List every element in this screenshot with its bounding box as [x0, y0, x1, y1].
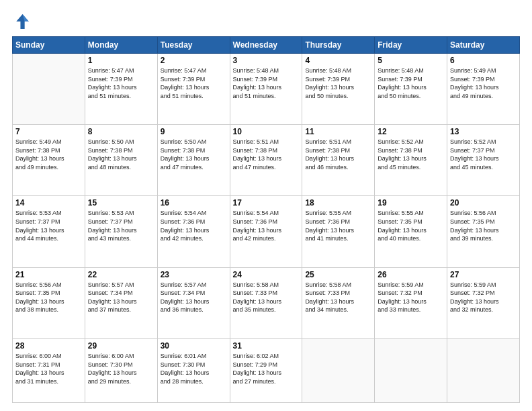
- day-number: 31: [233, 341, 300, 351]
- weekday-header-monday: Monday: [85, 37, 157, 54]
- calendar-cell: 11Sunrise: 5:51 AMSunset: 7:38 PMDayligh…: [302, 125, 375, 196]
- day-number: 29: [88, 341, 154, 351]
- day-number: 30: [161, 341, 227, 351]
- day-number: 16: [161, 198, 227, 208]
- day-number: 28: [15, 341, 82, 351]
- day-number: 18: [305, 198, 371, 208]
- day-info: Sunrise: 5:49 AMSunset: 7:39 PMDaylight:…: [450, 66, 517, 100]
- calendar-cell: 21Sunrise: 5:56 AMSunset: 7:35 PMDayligh…: [13, 267, 85, 338]
- weekday-header-tuesday: Tuesday: [157, 37, 230, 54]
- calendar-cell: 7Sunrise: 5:49 AMSunset: 7:38 PMDaylight…: [13, 125, 85, 196]
- day-number: 13: [450, 127, 517, 136]
- calendar-cell: 24Sunrise: 5:58 AMSunset: 7:33 PMDayligh…: [230, 267, 302, 338]
- day-info: Sunrise: 5:48 AMSunset: 7:39 PMDaylight:…: [305, 66, 371, 100]
- day-number: 6: [450, 56, 517, 65]
- day-info: Sunrise: 5:50 AMSunset: 7:38 PMDaylight:…: [161, 138, 227, 171]
- day-info: Sunrise: 6:01 AMSunset: 7:30 PMDaylight:…: [161, 352, 227, 385]
- calendar-cell: 28Sunrise: 6:00 AMSunset: 7:31 PMDayligh…: [13, 338, 85, 402]
- day-info: Sunrise: 5:52 AMSunset: 7:38 PMDaylight:…: [378, 138, 444, 171]
- day-info: Sunrise: 5:48 AMSunset: 7:39 PMDaylight:…: [233, 66, 300, 100]
- header: [12, 12, 520, 31]
- calendar-cell: 18Sunrise: 5:55 AMSunset: 7:36 PMDayligh…: [302, 196, 375, 267]
- day-number: 8: [88, 127, 154, 136]
- day-info: Sunrise: 5:58 AMSunset: 7:33 PMDaylight:…: [305, 281, 371, 314]
- calendar-cell: 16Sunrise: 5:54 AMSunset: 7:36 PMDayligh…: [157, 196, 230, 267]
- calendar-cell: 29Sunrise: 6:00 AMSunset: 7:30 PMDayligh…: [85, 338, 157, 402]
- logo-icon: [12, 12, 31, 31]
- day-info: Sunrise: 5:56 AMSunset: 7:35 PMDaylight:…: [450, 209, 517, 242]
- day-info: Sunrise: 5:58 AMSunset: 7:33 PMDaylight:…: [233, 281, 300, 314]
- calendar-cell: 6Sunrise: 5:49 AMSunset: 7:39 PMDaylight…: [447, 54, 520, 125]
- calendar-cell: 19Sunrise: 5:55 AMSunset: 7:35 PMDayligh…: [375, 196, 447, 267]
- calendar-cell: 5Sunrise: 5:48 AMSunset: 7:39 PMDaylight…: [375, 54, 447, 125]
- day-info: Sunrise: 5:50 AMSunset: 7:38 PMDaylight:…: [88, 138, 154, 171]
- day-info: Sunrise: 5:57 AMSunset: 7:34 PMDaylight:…: [161, 281, 227, 314]
- calendar-cell: 15Sunrise: 5:53 AMSunset: 7:37 PMDayligh…: [85, 196, 157, 267]
- calendar-cell: 12Sunrise: 5:52 AMSunset: 7:38 PMDayligh…: [375, 125, 447, 196]
- day-info: Sunrise: 5:55 AMSunset: 7:36 PMDaylight:…: [305, 209, 371, 242]
- calendar-cell: 22Sunrise: 5:57 AMSunset: 7:34 PMDayligh…: [85, 267, 157, 338]
- calendar-cell: 31Sunrise: 6:02 AMSunset: 7:29 PMDayligh…: [230, 338, 302, 402]
- day-info: Sunrise: 6:00 AMSunset: 7:30 PMDaylight:…: [88, 352, 154, 385]
- weekday-header-sunday: Sunday: [13, 37, 85, 54]
- day-number: 11: [305, 127, 371, 136]
- calendar-cell: 8Sunrise: 5:50 AMSunset: 7:38 PMDaylight…: [85, 125, 157, 196]
- day-info: Sunrise: 5:53 AMSunset: 7:37 PMDaylight:…: [88, 209, 154, 242]
- week-row-5: 28Sunrise: 6:00 AMSunset: 7:31 PMDayligh…: [13, 338, 520, 402]
- calendar-cell: 4Sunrise: 5:48 AMSunset: 7:39 PMDaylight…: [302, 54, 375, 125]
- day-info: Sunrise: 5:54 AMSunset: 7:36 PMDaylight:…: [161, 209, 227, 242]
- day-number: 10: [233, 127, 300, 136]
- calendar-cell: 25Sunrise: 5:58 AMSunset: 7:33 PMDayligh…: [302, 267, 375, 338]
- calendar-cell: 3Sunrise: 5:48 AMSunset: 7:39 PMDaylight…: [230, 54, 302, 125]
- weekday-header-thursday: Thursday: [302, 37, 375, 54]
- day-number: 12: [378, 127, 444, 136]
- day-info: Sunrise: 5:55 AMSunset: 7:35 PMDaylight:…: [378, 209, 444, 242]
- calendar-cell: 30Sunrise: 6:01 AMSunset: 7:30 PMDayligh…: [157, 338, 230, 402]
- day-info: Sunrise: 5:47 AMSunset: 7:39 PMDaylight:…: [161, 66, 227, 100]
- weekday-header-saturday: Saturday: [447, 37, 520, 54]
- day-number: 21: [15, 270, 82, 279]
- calendar-cell: 20Sunrise: 5:56 AMSunset: 7:35 PMDayligh…: [447, 196, 520, 267]
- calendar-cell: [13, 54, 85, 125]
- day-info: Sunrise: 5:53 AMSunset: 7:37 PMDaylight:…: [15, 209, 82, 242]
- day-number: 7: [15, 127, 82, 136]
- weekday-header-wednesday: Wednesday: [230, 37, 302, 54]
- day-info: Sunrise: 5:59 AMSunset: 7:32 PMDaylight:…: [378, 281, 444, 314]
- day-number: 27: [450, 270, 517, 279]
- week-row-1: 1Sunrise: 5:47 AMSunset: 7:39 PMDaylight…: [13, 54, 520, 125]
- calendar-cell: [447, 338, 520, 402]
- day-info: Sunrise: 6:00 AMSunset: 7:31 PMDaylight:…: [15, 352, 82, 385]
- day-info: Sunrise: 5:47 AMSunset: 7:39 PMDaylight:…: [88, 66, 154, 100]
- page: SundayMondayTuesdayWednesdayThursdayFrid…: [0, 0, 532, 411]
- day-number: 24: [233, 270, 300, 279]
- day-info: Sunrise: 6:02 AMSunset: 7:29 PMDaylight:…: [233, 352, 300, 385]
- day-info: Sunrise: 5:52 AMSunset: 7:37 PMDaylight:…: [450, 138, 517, 171]
- day-info: Sunrise: 5:48 AMSunset: 7:39 PMDaylight:…: [378, 66, 444, 100]
- week-row-2: 7Sunrise: 5:49 AMSunset: 7:38 PMDaylight…: [13, 125, 520, 196]
- day-number: 1: [88, 56, 154, 65]
- day-info: Sunrise: 5:54 AMSunset: 7:36 PMDaylight:…: [233, 209, 300, 242]
- day-number: 17: [233, 198, 300, 208]
- calendar-cell: 13Sunrise: 5:52 AMSunset: 7:37 PMDayligh…: [447, 125, 520, 196]
- day-info: Sunrise: 5:57 AMSunset: 7:34 PMDaylight:…: [88, 281, 154, 314]
- calendar-cell: 14Sunrise: 5:53 AMSunset: 7:37 PMDayligh…: [13, 196, 85, 267]
- day-number: 25: [305, 270, 371, 279]
- day-info: Sunrise: 5:59 AMSunset: 7:32 PMDaylight:…: [450, 281, 517, 314]
- calendar-cell: 1Sunrise: 5:47 AMSunset: 7:39 PMDaylight…: [85, 54, 157, 125]
- day-number: 19: [378, 198, 444, 208]
- calendar-cell: [375, 338, 447, 402]
- calendar-cell: 27Sunrise: 5:59 AMSunset: 7:32 PMDayligh…: [447, 267, 520, 338]
- day-info: Sunrise: 5:51 AMSunset: 7:38 PMDaylight:…: [305, 138, 371, 171]
- day-number: 23: [161, 270, 227, 279]
- weekday-header-friday: Friday: [375, 37, 447, 54]
- calendar-cell: [302, 338, 375, 402]
- day-number: 4: [305, 56, 371, 65]
- day-number: 20: [450, 198, 517, 208]
- calendar-table: SundayMondayTuesdayWednesdayThursdayFrid…: [12, 36, 520, 403]
- calendar-cell: 9Sunrise: 5:50 AMSunset: 7:38 PMDaylight…: [157, 125, 230, 196]
- day-number: 3: [233, 56, 300, 65]
- day-info: Sunrise: 5:49 AMSunset: 7:38 PMDaylight:…: [15, 138, 82, 171]
- day-info: Sunrise: 5:51 AMSunset: 7:38 PMDaylight:…: [233, 138, 300, 171]
- calendar-cell: 2Sunrise: 5:47 AMSunset: 7:39 PMDaylight…: [157, 54, 230, 125]
- day-number: 5: [378, 56, 444, 65]
